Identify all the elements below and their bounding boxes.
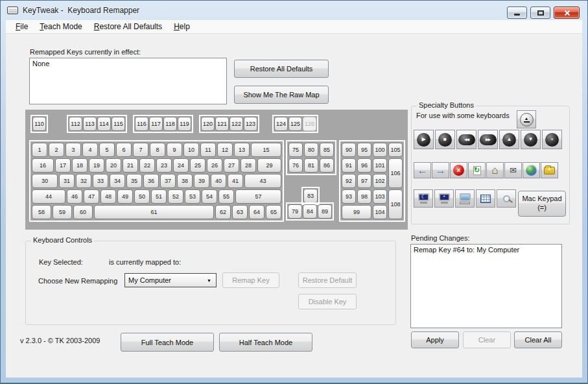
key-26[interactable]: 26 (207, 158, 222, 173)
key-34[interactable]: 34 (110, 174, 125, 188)
pending-changes-list[interactable]: Remap Key #64 to: My Computer (410, 244, 562, 328)
remapping-dropdown[interactable]: My Computer ▼ (124, 273, 217, 287)
play-button[interactable]: ▶ (414, 130, 434, 149)
eject-button[interactable]: ▲ (517, 110, 536, 128)
key-106[interactable]: 106 (388, 158, 403, 188)
key-30[interactable]: 30 (32, 174, 58, 188)
key-11[interactable]: 11 (200, 143, 216, 157)
key-108[interactable]: 108 (388, 189, 403, 219)
key-112[interactable]: 112 (69, 117, 82, 131)
key-98[interactable]: 98 (357, 189, 371, 204)
key-28[interactable]: 28 (241, 158, 256, 173)
key-60[interactable]: 60 (73, 205, 93, 219)
key-75[interactable]: 75 (288, 143, 303, 157)
key-17[interactable]: 17 (55, 158, 71, 173)
refresh-button[interactable]: ↻ (468, 162, 486, 178)
key-113[interactable]: 113 (83, 117, 97, 131)
stop-button[interactable]: ■ (435, 130, 455, 149)
mail-button[interactable]: ✉ (504, 162, 522, 178)
key-123[interactable]: 123 (244, 117, 257, 131)
key-25[interactable]: 25 (190, 158, 206, 173)
menu-help[interactable]: Help (168, 20, 196, 33)
key-21[interactable]: 21 (123, 158, 138, 173)
key-122[interactable]: 122 (229, 117, 243, 131)
key-97[interactable]: 97 (357, 174, 371, 188)
favorites-button[interactable]: * (541, 162, 558, 178)
key-91[interactable]: 91 (342, 158, 356, 173)
monitor-wake-button[interactable]: * (434, 189, 454, 208)
key-125[interactable]: 125 (288, 117, 302, 131)
stop-browsing-button[interactable]: × (450, 162, 467, 178)
key-105[interactable]: 105 (388, 143, 403, 157)
key-124[interactable]: 124 (274, 117, 288, 131)
key-20[interactable]: 20 (106, 158, 121, 173)
key-33[interactable]: 33 (93, 174, 108, 188)
pending-change-item[interactable]: Remap Key #64 to: My Computer (414, 246, 559, 254)
key-19[interactable]: 19 (89, 158, 104, 173)
menu-restore-all-defaults[interactable]: Restore All Defaults (88, 20, 168, 33)
key-95[interactable]: 95 (357, 143, 371, 157)
monitor-sleep-button[interactable]: ☾ (414, 189, 433, 208)
key-93[interactable]: 93 (342, 189, 356, 204)
key-79[interactable]: 79 (288, 204, 302, 219)
restore-all-defaults-button[interactable]: Restore All Defaults (234, 60, 329, 78)
key-10[interactable]: 10 (183, 143, 199, 157)
volume-down-button[interactable]: ▼ (521, 130, 541, 149)
key-116[interactable]: 116 (135, 117, 148, 131)
clear-all-button[interactable]: Clear All (514, 331, 562, 348)
key-16[interactable]: 16 (32, 158, 54, 173)
key-5[interactable]: 5 (99, 143, 115, 157)
forward-button[interactable]: → (432, 162, 449, 178)
key-53[interactable]: 53 (185, 189, 200, 204)
key-44[interactable]: 44 (32, 189, 65, 204)
web-button[interactable] (523, 162, 540, 178)
key-121[interactable]: 121 (215, 117, 229, 131)
key-46[interactable]: 46 (67, 189, 82, 204)
next-track-button[interactable]: ▶▶ (478, 130, 498, 149)
key-110[interactable]: 110 (32, 117, 46, 131)
key-51[interactable]: 51 (151, 189, 167, 204)
key-18[interactable]: 18 (72, 158, 88, 173)
remapped-keys-list[interactable]: None (29, 58, 227, 104)
search-button[interactable] (497, 189, 516, 208)
key-35[interactable]: 35 (126, 174, 142, 188)
half-teach-mode-button[interactable]: Half Teach Mode (219, 333, 312, 352)
mac-keypad-button[interactable]: Mac Keypad (=) (518, 191, 566, 217)
key-38[interactable]: 38 (177, 174, 193, 188)
minimize-button[interactable] (507, 6, 527, 19)
key-27[interactable]: 27 (224, 158, 239, 173)
volume-up-button[interactable]: ▲ (499, 130, 519, 149)
key-37[interactable]: 37 (160, 174, 176, 188)
key-6[interactable]: 6 (116, 143, 132, 157)
key-81[interactable]: 81 (304, 158, 318, 173)
key-99[interactable]: 99 (342, 205, 371, 219)
key-92[interactable]: 92 (342, 174, 356, 188)
close-button[interactable] (554, 6, 580, 19)
key-80[interactable]: 80 (304, 143, 318, 157)
key-2[interactable]: 2 (49, 143, 64, 157)
key-100[interactable]: 100 (373, 143, 387, 157)
restore-default-button[interactable]: Restore Default (298, 272, 357, 288)
clear-button[interactable]: Clear (463, 331, 511, 348)
title-bar[interactable]: KeyTweak - Keyboard Remapper (1, 1, 587, 20)
key-114[interactable]: 114 (97, 117, 111, 131)
key-1[interactable]: 1 (32, 143, 47, 157)
key-119[interactable]: 119 (178, 117, 191, 131)
key-22[interactable]: 22 (139, 158, 155, 173)
key-24[interactable]: 24 (173, 158, 189, 173)
key-61[interactable]: 61 (94, 205, 214, 219)
back-button[interactable]: ← (414, 162, 431, 178)
key-50[interactable]: 50 (134, 189, 150, 204)
full-teach-mode-button[interactable]: Full Teach Mode (121, 333, 214, 352)
key-43[interactable]: 43 (244, 174, 281, 188)
key-41[interactable]: 41 (228, 174, 243, 188)
calculator-button[interactable] (476, 189, 495, 208)
maximize-button[interactable] (530, 6, 550, 19)
menu-teach-mode[interactable]: Teach Mode (34, 20, 88, 33)
key-47[interactable]: 47 (84, 189, 99, 204)
key-102[interactable]: 102 (373, 174, 387, 188)
key-117[interactable]: 117 (149, 117, 163, 131)
key-32[interactable]: 32 (76, 174, 91, 188)
mute-button[interactable]: × (542, 130, 562, 149)
menu-file[interactable]: File (10, 20, 34, 33)
